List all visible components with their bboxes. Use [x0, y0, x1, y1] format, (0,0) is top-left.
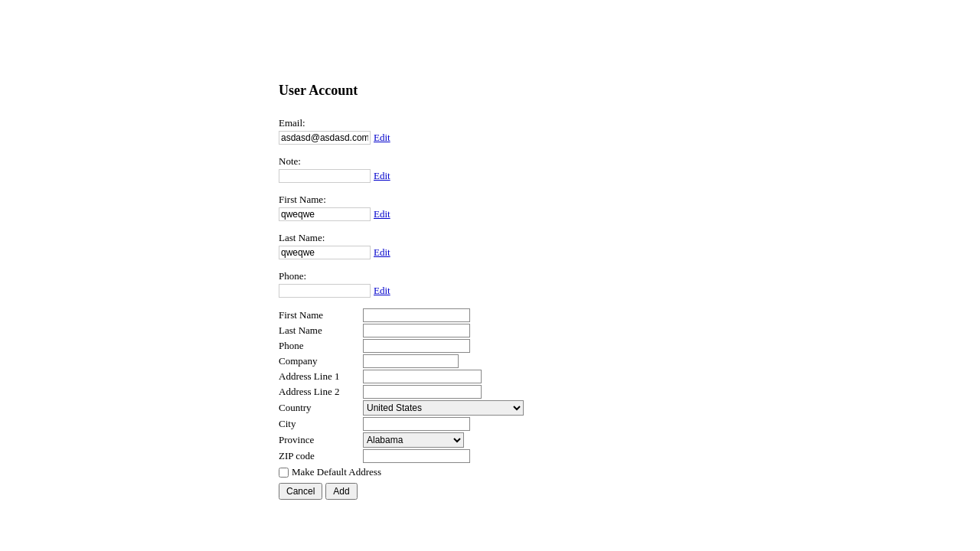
note-row: Edit: [279, 169, 524, 183]
addr-first-name-row: First Name: [279, 308, 524, 322]
email-edit-link[interactable]: Edit: [374, 132, 390, 144]
addr-zip-input[interactable]: [363, 449, 470, 463]
addr-address2-label: Address Line 2: [279, 386, 363, 398]
addr-address2-row: Address Line 2: [279, 385, 524, 399]
make-default-row: Make Default Address: [279, 466, 524, 478]
content-area: User Account Email: Edit Note: Edit Firs…: [279, 83, 524, 500]
addr-province-row: Province Alabama Alaska Arizona Californ…: [279, 432, 524, 448]
note-group: Note: Edit: [279, 155, 524, 183]
addr-last-name-label: Last Name: [279, 324, 363, 337]
note-edit-link[interactable]: Edit: [374, 170, 390, 182]
addr-company-input[interactable]: [363, 354, 459, 368]
email-label: Email:: [279, 117, 524, 129]
addr-first-name-input[interactable]: [363, 308, 470, 322]
first-name-row: Edit: [279, 207, 524, 221]
first-name-group: First Name: Edit: [279, 194, 524, 221]
addr-province-select[interactable]: Alabama Alaska Arizona California New Yo…: [363, 432, 464, 448]
last-name-label: Last Name:: [279, 232, 524, 244]
phone-group: Phone: Edit: [279, 270, 524, 298]
addr-zip-label: ZIP code: [279, 450, 363, 462]
phone-edit-link[interactable]: Edit: [374, 285, 390, 297]
addr-company-row: Company: [279, 354, 524, 368]
addr-first-name-label: First Name: [279, 309, 363, 321]
addr-company-label: Company: [279, 355, 363, 367]
form-buttons: Cancel Add: [279, 483, 524, 500]
note-input[interactable]: [279, 169, 371, 183]
addr-last-name-input[interactable]: [363, 324, 470, 337]
last-name-edit-link[interactable]: Edit: [374, 246, 390, 259]
cancel-button[interactable]: Cancel: [279, 483, 322, 500]
phone-row: Edit: [279, 284, 524, 298]
first-name-label: First Name:: [279, 194, 524, 206]
email-group: Email: Edit: [279, 117, 524, 145]
addr-country-row: Country United States Canada United King…: [279, 400, 524, 416]
addr-phone-row: Phone: [279, 339, 524, 353]
note-label: Note:: [279, 155, 524, 168]
addr-address1-label: Address Line 1: [279, 370, 363, 383]
add-button[interactable]: Add: [325, 483, 357, 500]
email-row: Edit: [279, 131, 524, 145]
first-name-input[interactable]: [279, 207, 371, 221]
last-name-group: Last Name: Edit: [279, 232, 524, 259]
phone-input[interactable]: [279, 284, 371, 298]
addr-zip-row: ZIP code: [279, 449, 524, 463]
addr-phone-label: Phone: [279, 340, 363, 352]
addr-city-input[interactable]: [363, 417, 470, 431]
addr-address1-input[interactable]: [363, 370, 482, 383]
addr-address2-input[interactable]: [363, 385, 482, 399]
addr-country-select[interactable]: United States Canada United Kingdom: [363, 400, 524, 416]
addr-phone-input[interactable]: [363, 339, 470, 353]
phone-label: Phone:: [279, 270, 524, 282]
addr-country-label: Country: [279, 402, 363, 414]
address-form: First Name Last Name Phone Company Addre…: [279, 308, 524, 500]
addr-city-row: City: [279, 417, 524, 431]
make-default-label: Make Default Address: [292, 466, 381, 478]
last-name-row: Edit: [279, 246, 524, 259]
first-name-edit-link[interactable]: Edit: [374, 208, 390, 220]
addr-last-name-row: Last Name: [279, 324, 524, 337]
make-default-checkbox[interactable]: [279, 468, 289, 478]
page-container: User Account Email: Edit Note: Edit Firs…: [0, 0, 980, 551]
addr-province-label: Province: [279, 434, 363, 446]
last-name-input[interactable]: [279, 246, 371, 259]
addr-city-label: City: [279, 418, 363, 430]
addr-address1-row: Address Line 1: [279, 370, 524, 383]
email-input[interactable]: [279, 131, 371, 145]
page-title: User Account: [279, 83, 524, 99]
